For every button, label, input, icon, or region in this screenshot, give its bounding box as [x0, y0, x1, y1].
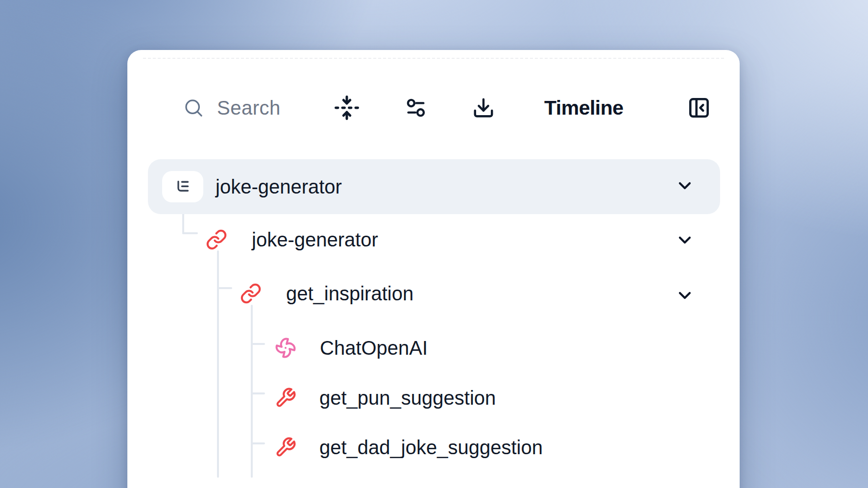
tool-wrench-icon	[275, 437, 296, 458]
tree-guide-line	[217, 287, 232, 289]
trace-tree-panel: Search	[127, 50, 740, 488]
tree-row-chatopenai[interactable]: ChatOpenAI	[275, 334, 428, 362]
list-tree-icon	[174, 178, 192, 195]
tree-guide-line	[217, 250, 219, 478]
filter-options-button[interactable]	[405, 95, 427, 121]
tree-row-root-joke-generator[interactable]: joke-generator	[148, 159, 720, 214]
collapse-panel-button[interactable]	[686, 95, 712, 121]
timeline-label: Timeline	[544, 95, 624, 121]
tree-row-label: joke-generator	[216, 176, 342, 198]
chevron-down-icon	[675, 176, 695, 195]
search-icon	[183, 97, 204, 119]
tree-row-label: get_dad_joke_suggestion	[319, 437, 543, 459]
chevron-row-joke-generator[interactable]	[675, 230, 695, 250]
collapse-rows-button[interactable]	[334, 95, 360, 121]
panel-top-divider	[143, 58, 724, 59]
download-button[interactable]	[472, 95, 495, 121]
tree-row-joke-generator[interactable]: joke-generator	[206, 226, 378, 253]
llm-fan-icon	[275, 337, 296, 359]
tree-row-label: get_pun_suggestion	[319, 387, 496, 409]
search-button[interactable]: Search	[183, 95, 281, 121]
tree-guide-line	[251, 442, 265, 444]
panel-left-close-icon	[687, 96, 711, 120]
toolbar: Search	[127, 95, 740, 121]
tree-guide-line	[182, 232, 198, 234]
chevron-row-get-inspiration[interactable]	[675, 286, 695, 305]
tree-row-get-dad-joke-suggestion[interactable]: get_dad_joke_suggestion	[275, 434, 543, 461]
tree-row-label: ChatOpenAI	[320, 337, 428, 359]
chevron-down-icon	[675, 230, 695, 250]
fold-vertical-icon	[334, 95, 360, 121]
tree-guide-line	[251, 305, 253, 478]
tree-guide-line	[251, 343, 265, 345]
tree-row-get-pun-suggestion[interactable]: get_pun_suggestion	[275, 384, 496, 412]
link-icon	[240, 283, 262, 304]
chevron-down-icon	[675, 286, 695, 305]
tree-row-label: get_inspiration	[286, 283, 413, 305]
tree-guide-line	[251, 392, 265, 394]
tree-row-label: joke-generator	[252, 229, 378, 251]
sliders-icon	[405, 97, 427, 119]
link-icon	[206, 229, 227, 250]
download-icon	[472, 97, 495, 119]
tree-row-get-inspiration[interactable]: get_inspiration	[240, 280, 413, 307]
trace-root-badge	[162, 171, 203, 202]
tool-wrench-icon	[275, 387, 296, 409]
chevron-row-root[interactable]	[675, 176, 695, 195]
search-label: Search	[217, 97, 281, 119]
